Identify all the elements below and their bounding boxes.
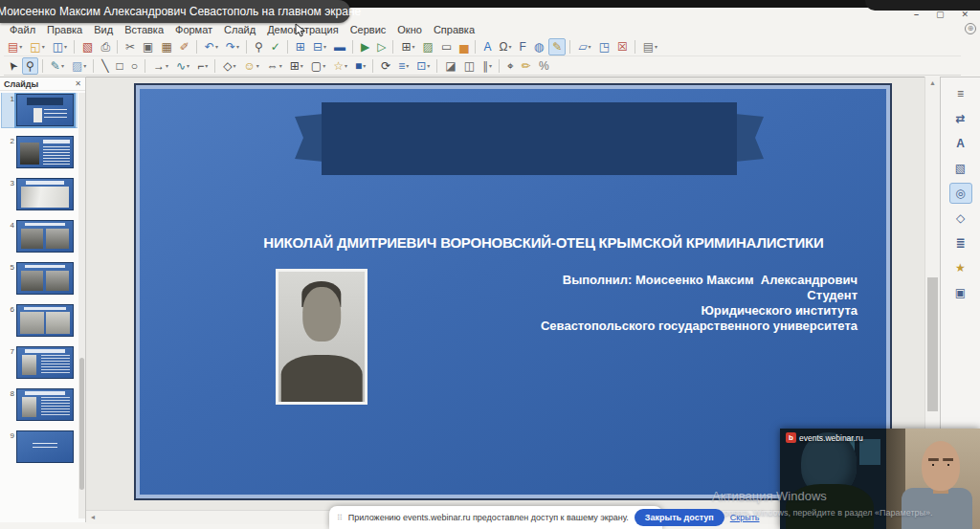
delete-slide-button[interactable]: ☒ xyxy=(614,38,631,55)
shadow-button[interactable]: ◪ xyxy=(442,57,458,75)
new-button[interactable]: ▤ xyxy=(5,38,25,55)
redo-button[interactable]: ↷ xyxy=(223,38,242,55)
scroll-up-icon[interactable]: ▲ xyxy=(925,77,940,86)
export-pdf-button[interactable]: ▧ xyxy=(79,38,96,55)
stars-button[interactable]: ☆ xyxy=(330,57,350,75)
line-color-button[interactable]: ✎ xyxy=(48,57,67,75)
connector-button[interactable]: ⌐ xyxy=(194,57,211,75)
title-banner-shape[interactable] xyxy=(322,102,737,175)
credits-text-block[interactable]: Выполнил: Моисеенко Максим Александрович… xyxy=(541,273,858,334)
insert-line-button[interactable]: ╲ xyxy=(99,57,111,75)
rotate-button[interactable]: ⟳ xyxy=(378,57,393,75)
show-draw-functions-button[interactable]: ✎ xyxy=(548,38,566,55)
flowchart-button[interactable]: ⊞ xyxy=(287,57,306,75)
save-button[interactable]: ◫ xyxy=(50,38,70,55)
select-button[interactable]: ➤ xyxy=(5,57,20,75)
hyperlink-button[interactable]: ◍ xyxy=(531,38,546,55)
curve-button[interactable]: ∿ xyxy=(173,57,192,75)
crop-button[interactable]: ◫ xyxy=(461,57,478,75)
toggle-extrusion-button[interactable]: % xyxy=(536,57,552,75)
maximize-button[interactable]: ▢ xyxy=(936,10,945,19)
lines-arrows-button[interactable]: → xyxy=(150,57,171,75)
slide-properties-button[interactable]: ▤ xyxy=(640,38,660,55)
sidebar-settings-button[interactable]: ≡ xyxy=(949,83,972,104)
slide-thumbnail[interactable]: 4 xyxy=(2,219,78,253)
shapes-button[interactable]: ◇ xyxy=(949,208,972,229)
slides-panel-scroll-thumb[interactable] xyxy=(79,358,84,490)
paste-button[interactable]: ▦ xyxy=(158,38,174,55)
symbol-shapes-button[interactable]: ☺ xyxy=(240,57,261,75)
align-button[interactable]: ≡ xyxy=(395,57,412,75)
insert-media-button[interactable]: ▭ xyxy=(438,38,455,55)
ellipse-button[interactable]: ○ xyxy=(128,57,141,75)
drag-handle-icon[interactable]: ⠿ xyxy=(337,514,343,522)
slide-thumbnail[interactable]: 5 xyxy=(2,261,78,296)
menu-item[interactable]: Файл xyxy=(4,24,41,35)
copy-button[interactable]: ▣ xyxy=(140,38,156,55)
basic-shapes-button[interactable]: ◇ xyxy=(220,57,238,75)
edit-points-button[interactable]: ⌖ xyxy=(504,57,517,75)
master-slide-button[interactable]: ▬ xyxy=(331,38,348,55)
slide-thumbnail[interactable]: 8 xyxy=(2,387,78,422)
menu-item[interactable]: Окно xyxy=(391,24,428,35)
filter-button[interactable]: ∥ xyxy=(479,57,495,75)
menu-item[interactable]: Сервис xyxy=(345,24,392,35)
slide-thumbnail[interactable]: 7 xyxy=(2,345,78,380)
slide-canvas[interactable]: НИКОЛАЙ ДМИТРИЕВИЧ ВОРОНОВСКИЙ-ОТЕЦ КРЫМ… xyxy=(134,83,892,500)
slide-thumbnail[interactable]: 1 xyxy=(2,93,78,127)
snap-guides-button[interactable]: ⊟ xyxy=(310,38,329,55)
menu-item[interactable]: Формат xyxy=(169,24,218,35)
start-from-current-slide-button[interactable]: ▷ xyxy=(374,38,389,55)
close-icon[interactable]: ✕ xyxy=(75,79,81,88)
arrange-button[interactable]: ⊡ xyxy=(413,57,433,75)
character-styles-button[interactable]: A xyxy=(949,133,972,154)
insert-text-box-button[interactable]: A xyxy=(480,38,494,55)
navigator-button[interactable]: ◎ xyxy=(949,183,972,204)
master-slides-button[interactable]: ▣ xyxy=(949,282,972,303)
toolbar-overflow-icon[interactable]: ⊕ xyxy=(965,23,976,34)
rectangle-button[interactable]: □ xyxy=(114,57,126,75)
new-slide-button[interactable]: ▱ xyxy=(575,38,593,55)
portrait-photo[interactable] xyxy=(276,269,368,405)
properties-button[interactable]: ⇄ xyxy=(949,108,972,129)
slide-title-text[interactable]: НИКОЛАЙ ДМИТРИЕВИЧ ВОРОНОВСКИЙ-ОТЕЦ КРЫМ… xyxy=(207,234,880,251)
slide-thumbnail[interactable]: 2 xyxy=(2,135,78,169)
spelling-button[interactable]: ✓ xyxy=(268,38,283,55)
start-from-first-slide-button[interactable]: ▶ xyxy=(358,38,372,55)
menu-item[interactable]: Справка xyxy=(428,24,480,35)
hide-link[interactable]: Скрыть xyxy=(730,513,760,522)
slide-thumbnail[interactable]: 9 xyxy=(2,430,78,464)
gallery-button[interactable]: ▧ xyxy=(949,158,972,179)
print-button[interactable]: ⎙ xyxy=(98,38,113,55)
duplicate-slide-button[interactable]: ◳ xyxy=(596,38,612,55)
menu-item[interactable]: Вид xyxy=(88,24,119,35)
slide-thumbnail[interactable]: 6 xyxy=(2,303,78,338)
menu-item[interactable]: Правка xyxy=(41,24,88,35)
callouts-button[interactable]: ▢ xyxy=(308,57,328,75)
close-button[interactable]: ✕ xyxy=(961,10,969,19)
cut-button[interactable]: ✂ xyxy=(122,38,138,55)
vertical-scroll-thumb[interactable] xyxy=(927,277,938,411)
slide-background[interactable]: НИКОЛАЙ ДМИТРИЕВИЧ ВОРОНОВСКИЙ-ОТЕЦ КРЫМ… xyxy=(140,89,886,495)
animation-button[interactable]: ≣ xyxy=(949,232,972,253)
undo-button[interactable]: ↶ xyxy=(202,38,221,55)
clone-formatting-button[interactable]: ✐ xyxy=(177,38,192,55)
stop-sharing-button[interactable]: Закрыть доступ xyxy=(635,509,724,526)
scroll-left-icon[interactable]: ◂ xyxy=(91,513,95,521)
fill-color-button[interactable]: ▨ xyxy=(69,57,89,75)
slide-thumbnail[interactable]: 3 xyxy=(2,177,78,211)
open-button[interactable]: ◱ xyxy=(27,38,47,55)
find-replace-button[interactable]: ⚲ xyxy=(252,38,266,55)
glue-points-button[interactable]: ✏ xyxy=(519,57,534,75)
special-character-button[interactable]: Ω xyxy=(496,38,514,55)
insert-image-button[interactable]: ▨ xyxy=(420,38,436,55)
insert-table-button[interactable]: ⊞ xyxy=(398,38,417,55)
zoom-button[interactable]: ⚲ xyxy=(22,57,38,75)
menu-item[interactable]: Слайд xyxy=(218,24,261,35)
block-arrows-button[interactable]: ⇔ xyxy=(264,57,285,75)
insert-chart-button[interactable]: ▅ xyxy=(457,38,471,55)
fontwork-button[interactable]: F xyxy=(516,38,528,55)
minimize-button[interactable]: – xyxy=(914,10,919,19)
menu-item[interactable]: Вставка xyxy=(119,24,169,35)
effects-button[interactable]: ★ xyxy=(949,257,972,278)
